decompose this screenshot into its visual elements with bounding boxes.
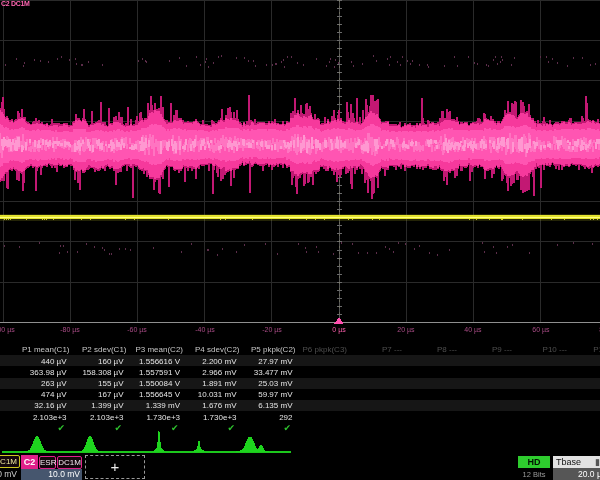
svg-text:60 µs: 60 µs [532, 326, 550, 334]
svg-text:0 µs: 0 µs [332, 326, 346, 334]
svg-text:40 µs: 40 µs [464, 326, 482, 334]
svg-text:-60 µs: -60 µs [127, 326, 147, 334]
svg-text:-40 µs: -40 µs [195, 326, 215, 334]
svg-text:-100 µs: -100 µs [0, 326, 15, 334]
svg-text:-20 µs: -20 µs [262, 326, 282, 334]
svg-text:20 µs: 20 µs [397, 326, 415, 334]
svg-text:-80 µs: -80 µs [60, 326, 80, 334]
